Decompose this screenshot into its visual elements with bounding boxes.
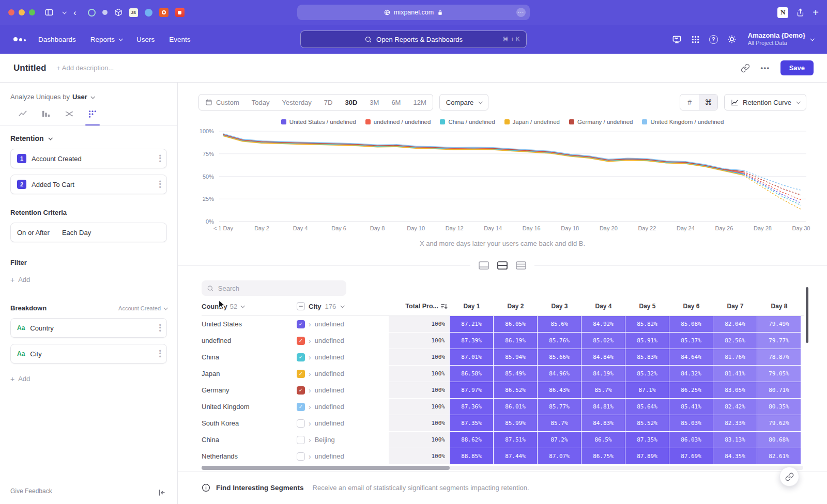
global-search[interactable]: Open Reports & Dashboards ⌘ + K xyxy=(300,30,527,48)
retention-day-cell[interactable]: 79.49% xyxy=(757,316,801,332)
copy-link-icon[interactable] xyxy=(741,64,750,73)
retention-day-cell[interactable]: 85.7% xyxy=(538,415,581,431)
retention-day-cell[interactable]: 85.49% xyxy=(494,366,537,382)
date-range-yesterday[interactable]: Yesterday xyxy=(276,94,318,110)
extension-icon[interactable] xyxy=(88,9,96,17)
retention-day-cell[interactable]: 84.32% xyxy=(669,366,713,382)
retention-day-cell[interactable]: 84.81% xyxy=(581,399,625,415)
close-window-button[interactable] xyxy=(8,9,14,15)
expand-row-chevron[interactable]: › xyxy=(309,436,311,444)
legend-item[interactable]: China / undefined xyxy=(440,119,495,125)
legend-item[interactable]: undefined / undefined xyxy=(365,119,431,125)
table-search-input[interactable] xyxy=(218,285,341,292)
page-title[interactable]: Untitled xyxy=(13,63,46,73)
day-column-header[interactable]: Day 1 xyxy=(450,303,494,310)
retention-day-cell[interactable]: 85.66% xyxy=(538,349,581,365)
back-icon[interactable]: ‹ xyxy=(73,8,76,17)
retention-day-cell[interactable]: 87.69% xyxy=(669,448,713,464)
breakdown-item-city[interactable]: Aa City ••• xyxy=(10,344,167,364)
day-column-header[interactable]: Day 2 xyxy=(494,303,538,310)
retention-day-cell[interactable]: 85.91% xyxy=(625,333,669,349)
expand-row-chevron[interactable]: › xyxy=(309,453,311,460)
retention-step-a[interactable]: 1 Account Created ••• xyxy=(10,149,167,168)
retention-day-cell[interactable]: 79.62% xyxy=(757,415,801,431)
extension-icon[interactable] xyxy=(175,8,185,17)
retention-day-cell[interactable]: 87.36% xyxy=(450,399,493,415)
retention-day-cell[interactable]: 85.83% xyxy=(625,349,669,365)
breakdown-options-icon[interactable]: ••• xyxy=(159,324,161,332)
nav-item-dashboards[interactable]: Dashboards xyxy=(38,36,76,43)
mixpanel-logo[interactable] xyxy=(13,37,26,41)
date-range-12m[interactable]: 12M xyxy=(407,94,432,110)
retention-day-cell[interactable]: 85.7% xyxy=(581,382,625,398)
extension-js-icon[interactable]: JS xyxy=(129,8,138,17)
add-filter-button[interactable]: + Add xyxy=(10,276,167,284)
total-column-header[interactable]: Total Pro... xyxy=(389,303,450,310)
retention-step-b[interactable]: 2 Added To Cart ••• xyxy=(10,175,167,194)
analyze-entity-dropdown[interactable]: User xyxy=(72,93,87,101)
retention-day-cell[interactable]: 80.68% xyxy=(757,432,801,448)
step-options-icon[interactable]: ••• xyxy=(159,154,161,163)
retention-day-cell[interactable]: 85.52% xyxy=(625,415,669,431)
retention-day-cell[interactable]: 86.01% xyxy=(494,399,537,415)
date-range-6m[interactable]: 6M xyxy=(385,94,407,110)
retention-day-cell[interactable]: 85.76% xyxy=(538,333,581,349)
retention-day-cell[interactable]: 87.01% xyxy=(450,349,493,365)
step-options-icon[interactable]: ••• xyxy=(159,180,161,188)
criteria-condition-dropdown[interactable]: On or After xyxy=(17,229,50,237)
retention-day-cell[interactable]: 85.41% xyxy=(669,399,713,415)
retention-day-cell[interactable]: 87.35% xyxy=(625,432,669,448)
expand-row-chevron[interactable]: › xyxy=(309,337,311,344)
nav-item-users[interactable]: Users xyxy=(136,36,155,43)
address-bar[interactable]: mixpanel.com ··· xyxy=(297,5,530,20)
extension-icon[interactable] xyxy=(102,10,108,15)
vertical-scrollbar-thumb[interactable] xyxy=(806,287,808,343)
expand-row-chevron[interactable]: › xyxy=(309,387,311,394)
table-row[interactable]: China›Beijing100%88.62%87.51%87.2%86.5%8… xyxy=(202,432,827,448)
collapse-sidebar-icon[interactable] xyxy=(158,489,166,497)
retention-section-title[interactable]: Retention xyxy=(10,134,44,143)
legend-item[interactable]: Germany / undefined xyxy=(569,119,633,125)
retention-day-cell[interactable]: 84.96% xyxy=(538,366,581,382)
breakdown-item-country[interactable]: Aa Country ••• xyxy=(10,318,167,338)
save-button[interactable]: Save xyxy=(780,60,814,75)
retention-day-cell[interactable]: 87.07% xyxy=(538,448,581,464)
breakdown-scope-dropdown[interactable]: Account Created xyxy=(118,305,167,311)
retention-day-cell[interactable]: 85.64% xyxy=(625,399,669,415)
retention-day-cell[interactable]: 83.05% xyxy=(713,382,757,398)
retention-curve-plot[interactable] xyxy=(219,129,806,224)
nav-item-events[interactable]: Events xyxy=(169,36,190,43)
expand-row-chevron[interactable]: › xyxy=(309,321,311,328)
expand-row-chevron[interactable]: › xyxy=(309,354,311,361)
apps-grid-icon[interactable] xyxy=(691,35,700,44)
extension-cube-icon[interactable] xyxy=(114,8,122,17)
retention-day-cell[interactable]: 82.04% xyxy=(713,316,757,332)
table-row[interactable]: Netherlands›undefined100%88.85%87.44%87.… xyxy=(202,448,827,464)
expand-row-chevron[interactable]: › xyxy=(309,420,311,427)
minimize-window-button[interactable] xyxy=(19,9,25,15)
day-column-header[interactable]: Day 5 xyxy=(625,303,669,310)
new-tab-icon[interactable]: + xyxy=(813,7,819,18)
retention-day-cell[interactable]: 86.52% xyxy=(494,382,537,398)
view-table-only-icon[interactable] xyxy=(516,261,526,270)
retention-day-cell[interactable]: 85.08% xyxy=(669,316,713,332)
retention-day-cell[interactable]: 87.1% xyxy=(625,382,669,398)
legend-item[interactable]: United States / undefined xyxy=(281,119,356,125)
retention-day-cell[interactable]: 85.02% xyxy=(581,333,625,349)
settings-gear-icon[interactable] xyxy=(727,35,737,44)
view-chart-only-icon[interactable] xyxy=(479,261,489,270)
chevron-down-icon[interactable] xyxy=(62,10,66,14)
help-icon[interactable]: ? xyxy=(709,35,718,44)
retention-day-cell[interactable]: 82.56% xyxy=(713,333,757,349)
row-checkbox[interactable]: ✓ xyxy=(297,386,305,395)
horizontal-scrollbar[interactable] xyxy=(202,466,803,470)
more-options-icon[interactable]: ••• xyxy=(760,64,770,72)
legend-item[interactable]: Japan / undefined xyxy=(504,119,560,125)
retention-day-cell[interactable]: 81.41% xyxy=(713,366,757,382)
compare-button[interactable]: Compare xyxy=(439,94,488,111)
retention-day-cell[interactable]: 85.03% xyxy=(669,415,713,431)
chart-type-button[interactable]: Retention Curve xyxy=(724,94,806,111)
retention-day-cell[interactable]: 86.58% xyxy=(450,366,493,382)
table-row[interactable]: Japan✓›undefined100%86.58%85.49%84.96%84… xyxy=(202,366,827,382)
retention-day-cell[interactable]: 87.21% xyxy=(450,316,493,332)
